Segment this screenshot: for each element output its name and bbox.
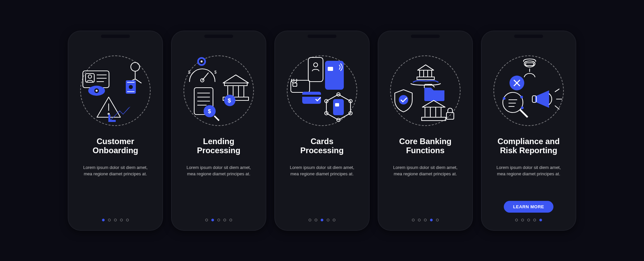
- svg-rect-31: [224, 83, 247, 86]
- pagination-dot[interactable]: [533, 219, 536, 221]
- svg-text:$: $: [228, 97, 231, 104]
- pagination-dot[interactable]: [315, 219, 317, 221]
- onboarding-screen-3: $ Cards Processing Lorem ipsum: [275, 31, 369, 230]
- pagination-dot[interactable]: [412, 219, 415, 221]
- svg-rect-61: [417, 77, 434, 80]
- pagination-dot[interactable]: [333, 219, 335, 221]
- phone-notch: [101, 35, 130, 38]
- pagination-dot[interactable]: [217, 219, 220, 221]
- svg-rect-56: [335, 103, 339, 106]
- pagination-dot[interactable]: [309, 219, 311, 221]
- screen-title: Lending Processing: [197, 137, 240, 155]
- phone-notch: [308, 35, 336, 38]
- pagination-dot[interactable]: [327, 219, 329, 221]
- svg-point-80: [521, 106, 524, 109]
- phone-notch: [514, 35, 543, 38]
- svg-line-84: [555, 106, 559, 109]
- core-banking-icon: [390, 55, 461, 126]
- pagination-dots: [412, 219, 439, 221]
- pagination-dot[interactable]: [126, 219, 129, 221]
- screen-description: Lorem ipsum dolor sit diem amet, mea reg…: [493, 165, 564, 177]
- pagination-dot[interactable]: [527, 219, 530, 221]
- pagination-dots: [309, 219, 335, 221]
- pagination-dot[interactable]: [515, 219, 518, 221]
- pagination-dot[interactable]: [321, 219, 323, 221]
- svg-point-2: [88, 75, 92, 78]
- pagination-dot[interactable]: [418, 219, 421, 221]
- screen-description: Lorem ipsum dolor sit diem amet, mea reg…: [390, 165, 461, 177]
- screen-title: Cards Processing: [300, 137, 343, 155]
- learn-more-button[interactable]: LEARN MORE: [504, 201, 553, 213]
- screen-description: Lorem ipsum dolor sit diem amet, mea reg…: [287, 165, 357, 177]
- pagination-dots: [205, 219, 232, 221]
- svg-point-22: [201, 60, 203, 62]
- onboarding-carousel-stage: Customer Onboarding Lorem ipsum dolor si…: [0, 0, 644, 261]
- customer-onboarding-icon: [80, 55, 151, 126]
- svg-rect-69: [526, 63, 534, 66]
- svg-point-79: [520, 96, 523, 98]
- onboarding-screen-1: Customer Onboarding Lorem ipsum dolor si…: [68, 31, 162, 230]
- svg-rect-41: [325, 61, 344, 90]
- svg-point-9: [131, 62, 140, 71]
- screen-title: Compliance and Risk Reporting: [497, 137, 559, 155]
- svg-text:$: $: [188, 70, 191, 75]
- cards-processing-icon: $: [287, 55, 357, 126]
- onboarding-screen-4: Core Banking Functions Lorem ipsum dolor…: [378, 31, 472, 230]
- compliance-risk-icon: [493, 55, 564, 126]
- svg-line-77: [520, 110, 528, 117]
- onboarding-screen-2: $ $ $: [172, 31, 266, 230]
- screen-description: Lorem ipsum dolor sit diem amet, mea reg…: [183, 165, 254, 177]
- pagination-dot[interactable]: [120, 219, 123, 221]
- pagination-dots: [102, 219, 129, 221]
- svg-line-30: [214, 116, 219, 121]
- pagination-dots: [515, 219, 542, 221]
- svg-point-11: [129, 85, 133, 89]
- pagination-dot[interactable]: [521, 219, 524, 221]
- svg-point-62: [399, 95, 408, 104]
- pagination-dot[interactable]: [205, 219, 208, 221]
- svg-text:$: $: [293, 79, 295, 82]
- svg-rect-67: [422, 117, 446, 121]
- pagination-dot[interactable]: [211, 219, 214, 221]
- svg-rect-42: [328, 67, 333, 71]
- pagination-dot[interactable]: [430, 219, 433, 221]
- phone-notch: [204, 35, 233, 38]
- svg-rect-44: [293, 83, 297, 86]
- svg-rect-68: [446, 113, 454, 119]
- svg-line-82: [555, 89, 559, 92]
- svg-point-40: [314, 63, 318, 67]
- svg-point-78: [503, 97, 505, 100]
- screen-description: Lorem ipsum dolor sit diem amet, mea reg…: [80, 165, 151, 177]
- onboarding-screen-5: Compliance and Risk Reporting Lorem ipsu…: [482, 31, 576, 230]
- screen-title: Core Banking Functions: [399, 137, 451, 155]
- pagination-dot[interactable]: [114, 219, 117, 221]
- pagination-dot[interactable]: [102, 219, 105, 221]
- svg-text:$: $: [214, 70, 217, 75]
- svg-point-73: [503, 92, 523, 113]
- pagination-dot[interactable]: [223, 219, 226, 221]
- pagination-dot[interactable]: [539, 219, 542, 221]
- screen-title: Customer Onboarding: [93, 137, 138, 155]
- svg-point-8: [96, 90, 98, 92]
- pagination-dot[interactable]: [436, 219, 439, 221]
- svg-rect-47: [302, 92, 321, 104]
- pagination-dot[interactable]: [108, 219, 111, 221]
- svg-rect-55: [333, 99, 344, 115]
- lending-processing-icon: $ $ $: [183, 55, 254, 126]
- pagination-dot[interactable]: [424, 219, 427, 221]
- pagination-dot[interactable]: [229, 219, 232, 221]
- phone-notch: [411, 35, 440, 38]
- svg-text:$: $: [208, 108, 211, 114]
